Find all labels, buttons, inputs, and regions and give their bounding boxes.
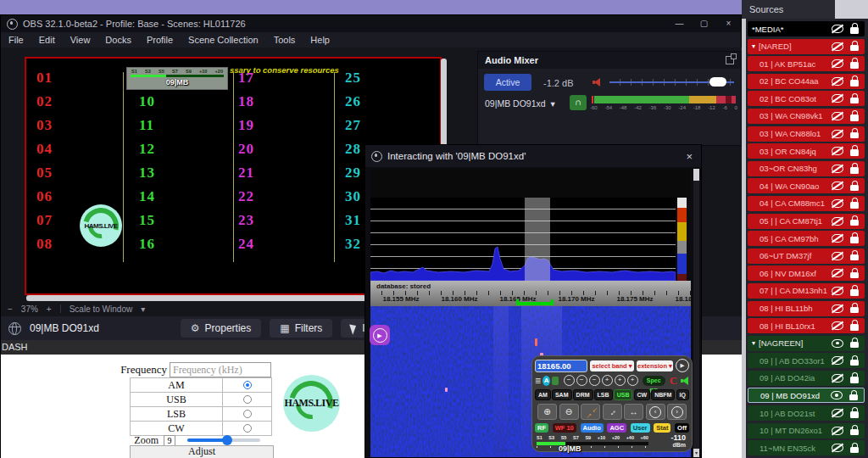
properties-button[interactable]: ⚙ Properties: [181, 319, 261, 338]
visibility-eye-icon[interactable]: [832, 304, 843, 313]
menu-icon[interactable]: ≡: [535, 376, 541, 386]
panel-tab[interactable]: AGC: [607, 423, 626, 433]
spec-rf-button[interactable]: Spec RF: [643, 376, 665, 386]
speaker-icon[interactable]: [681, 377, 689, 385]
lock-icon[interactable]: [850, 272, 859, 279]
source-row[interactable]: ▾ 05 | | CA CM87tj1: [748, 214, 865, 229]
visibility-eye-icon[interactable]: [832, 252, 843, 260]
scrollbar-thumb[interactable]: [693, 169, 699, 181]
source-row[interactable]: ▾ 04 | CA CM88mc1: [748, 196, 865, 211]
pan-horizontal-button[interactable]: ↔: [624, 404, 643, 420]
page-right-button[interactable]: ›: [667, 404, 687, 420]
adjust-button[interactable]: Adjust: [130, 445, 274, 458]
source-row[interactable]: ▾ 03 | OR CN84jq: [748, 143, 865, 159]
visibility-eye-icon[interactable]: [832, 94, 843, 103]
panel-tab[interactable]: Off: [675, 423, 689, 433]
lock-icon[interactable]: [850, 360, 859, 366]
sources-scrollbar[interactable]: [742, 19, 746, 458]
visibility-eye-icon[interactable]: [832, 427, 843, 435]
visibility-eye-icon[interactable]: [832, 42, 843, 51]
extension-dropdown[interactable]: extension ▾: [637, 360, 673, 371]
source-row[interactable]: ▾ 06~UT DM37jf: [748, 249, 865, 264]
source-row[interactable]: ▾ 02 | BC CO83ot: [748, 91, 865, 106]
sdr-frequency-input[interactable]: [535, 360, 587, 372]
select-band-dropdown[interactable]: select band ▾: [590, 360, 634, 371]
lock-icon[interactable]: [850, 307, 859, 314]
maximize-button[interactable]: ▢: [692, 15, 716, 32]
panel-tab[interactable]: User: [631, 423, 650, 433]
lock-icon[interactable]: [850, 377, 859, 383]
lock-icon[interactable]: [850, 45, 859, 52]
chevron-down-icon[interactable]: ▾: [141, 304, 145, 314]
dialog-close-button[interactable]: ×: [686, 150, 693, 163]
visibility-eye-icon[interactable]: [832, 217, 843, 226]
source-row[interactable]: ▾ *MEDIA*: [748, 21, 865, 36]
green-square-icon[interactable]: [552, 377, 559, 385]
monitor-headphones-button[interactable]: ∩: [570, 95, 587, 110]
lock-icon[interactable]: [850, 98, 859, 104]
visibility-eye-icon[interactable]: [832, 269, 843, 277]
lock-icon[interactable]: [849, 394, 858, 401]
visibility-eye-icon[interactable]: [832, 130, 843, 138]
visibility-eye-icon[interactable]: [832, 147, 843, 155]
lock-icon[interactable]: [850, 27, 859, 34]
menu-item[interactable]: Tools: [266, 32, 303, 47]
visibility-eye-icon[interactable]: [832, 321, 843, 330]
panel-tab[interactable]: RF: [535, 423, 548, 433]
page-left-button[interactable]: ‹: [646, 404, 665, 420]
menu-item[interactable]: Edit: [31, 32, 63, 47]
volume-slider-thumb[interactable]: [709, 77, 726, 87]
audio-mixer-header[interactable]: Audio Mixer: [478, 52, 741, 69]
visibility-eye-icon[interactable]: [832, 356, 843, 365]
visibility-eye-icon[interactable]: [832, 59, 843, 68]
lock-icon[interactable]: [850, 237, 859, 243]
source-row[interactable]: ▾ 03 | WA CN98vk1: [748, 109, 865, 124]
menu-item[interactable]: Help: [303, 32, 337, 47]
lock-icon[interactable]: [850, 324, 859, 331]
lock-icon[interactable]: [850, 202, 859, 209]
visibility-eye-icon[interactable]: [832, 25, 843, 33]
zoom-step-button[interactable]: −: [576, 375, 587, 386]
popout-icon[interactable]: [726, 56, 734, 64]
source-row[interactable]: ▾ 05 | CA CM97bh: [748, 231, 865, 246]
mode-radio[interactable]: [243, 395, 252, 404]
source-row[interactable]: ▾ 10 | MT DN26xo1: [748, 423, 865, 438]
visibility-eye-icon[interactable]: [832, 444, 843, 452]
lock-icon[interactable]: [850, 62, 859, 69]
visibility-eye-icon[interactable]: [832, 374, 843, 383]
mixer-source-row[interactable]: 09|MB DO91xd ▾: [485, 98, 555, 109]
mode-button[interactable]: IQ: [676, 389, 689, 400]
menu-item[interactable]: Profile: [139, 32, 181, 47]
visibility-eye-icon[interactable]: [832, 287, 843, 295]
frequency-input[interactable]: [170, 362, 271, 377]
source-row[interactable]: ▾ 03~OR CN83hg: [748, 161, 865, 176]
zoom-slider[interactable]: [187, 438, 260, 442]
zoom-in-button[interactable]: +: [47, 304, 52, 314]
visibility-eye-icon[interactable]: [832, 112, 843, 120]
lock-icon[interactable]: [850, 429, 859, 436]
zoom-step-button[interactable]: −: [564, 375, 575, 386]
panel-tab[interactable]: Stat: [654, 423, 670, 433]
lock-icon[interactable]: [850, 342, 859, 349]
frequency-scale-bar[interactable]: database: stored 18.155 MHz18.160 MHz18.…: [370, 281, 691, 306]
lock-icon[interactable]: [850, 447, 859, 454]
lock-icon[interactable]: [850, 167, 859, 174]
visibility-eye-icon[interactable]: [832, 339, 843, 348]
panel-tab[interactable]: WF 10: [553, 423, 576, 433]
visibility-eye-icon[interactable]: [831, 391, 843, 399]
menu-item[interactable]: Scene Collection: [181, 32, 266, 47]
visibility-eye-icon[interactable]: [832, 234, 843, 243]
zoom-slider-thumb[interactable]: [222, 435, 232, 445]
lock-icon[interactable]: [850, 80, 859, 87]
lock-icon[interactable]: [850, 149, 859, 156]
source-row[interactable]: ▾ 08 | HI BL11bh: [748, 301, 865, 316]
mode-button[interactable]: CW: [634, 389, 651, 400]
visibility-eye-icon[interactable]: [832, 199, 843, 208]
filters-button[interactable]: ▦ Filters: [270, 319, 332, 338]
zoom-out-magnifier-button[interactable]: ⊖: [559, 404, 579, 420]
zoom-step-button[interactable]: +: [615, 375, 626, 386]
source-row[interactable]: ▾ 09 | | AB DO33or1: [748, 353, 865, 368]
source-row[interactable]: ▾ 09 | MB DO91xd: [748, 388, 865, 403]
mute-speaker-icon[interactable]: [593, 78, 604, 87]
source-row[interactable]: ▾ 08 | HI BL10rx1: [748, 318, 865, 333]
